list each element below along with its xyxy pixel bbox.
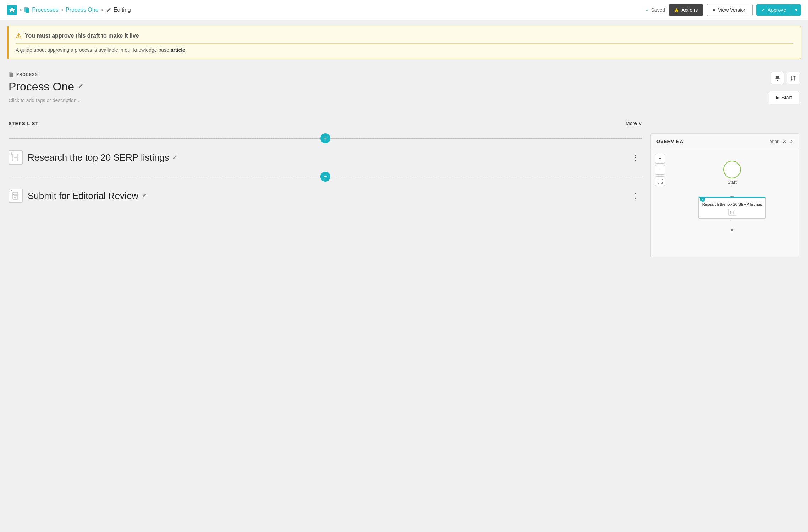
- step-2-title-text: Submit for Editorial Review: [28, 190, 138, 201]
- process-top-section: PROCESS Process One Click to add tags or…: [9, 72, 799, 104]
- divider-line-left-2: [9, 177, 325, 177]
- step-item-2: 2 Submit for Editorial Review ⋮: [9, 184, 642, 207]
- process-right-actions: ▶ Start: [769, 72, 799, 104]
- step-2-icon: 2: [9, 189, 23, 203]
- diagram-arrow-2: [732, 219, 732, 229]
- approve-btn-label: Approve: [768, 7, 786, 13]
- actions-button[interactable]: Actions: [669, 4, 703, 16]
- process-title-row: Process One: [9, 80, 83, 93]
- alert-banner: ⚠ You must approve this draft to make it…: [7, 26, 801, 59]
- overview-close-button[interactable]: ✕: [782, 138, 787, 145]
- svg-rect-1: [26, 8, 29, 13]
- step-1-title-text: Research the top 20 SERP listings: [28, 152, 169, 163]
- svg-point-6: [13, 156, 14, 156]
- more-button[interactable]: More ∨: [626, 121, 642, 126]
- overview-body: + − Start: [651, 149, 799, 257]
- alert-article-link[interactable]: article: [171, 47, 185, 53]
- main-content: STEPS LIST More ∨ + 1: [0, 115, 808, 268]
- svg-marker-2: [674, 8, 679, 12]
- step-1-number: 1: [10, 152, 12, 156]
- process-title: Process One: [9, 80, 74, 93]
- zoom-out-icon: −: [658, 167, 661, 173]
- step-item-1: 1 Research the top 20 SERP listings ⋮: [9, 146, 642, 169]
- processes-icon: [24, 7, 30, 13]
- step-1-icon: 1: [9, 150, 23, 165]
- breadcrumb-process-one[interactable]: Process One: [66, 7, 98, 13]
- add-step-button-1[interactable]: +: [320, 133, 330, 143]
- alert-warning-icon: ⚠: [16, 32, 21, 40]
- divider-line-right-2: [325, 177, 642, 177]
- view-version-play-icon: ▶: [713, 7, 716, 12]
- actions-btn-label: Actions: [681, 7, 698, 13]
- diagram-start-node: [723, 161, 741, 178]
- main-header: > Processes > Process One > Editing ✓ Sa…: [0, 0, 808, 20]
- breadcrumb-editing-label: Editing: [114, 7, 131, 13]
- start-play-icon: ▶: [776, 95, 779, 100]
- sort-button[interactable]: [787, 72, 799, 84]
- breadcrumb-sep-3: >: [101, 7, 104, 13]
- zoom-out-button[interactable]: −: [655, 165, 665, 175]
- steps-header: STEPS LIST More ∨: [9, 115, 642, 131]
- overview-diagram: Start i Research the top 20 SERP listing…: [655, 154, 795, 253]
- overview-print-button[interactable]: print: [769, 139, 778, 144]
- approve-button-group: ✓ Approve ▾: [756, 4, 801, 16]
- alert-description: A guide about approving a process is ava…: [16, 43, 793, 53]
- view-version-button[interactable]: ▶ View Version: [707, 4, 753, 16]
- process-title-edit-icon[interactable]: [78, 83, 83, 90]
- add-step-icon-1: +: [323, 135, 327, 142]
- divider-line-right-1: [325, 138, 642, 139]
- overview-label: OVERVIEW: [656, 139, 684, 144]
- step-1-menu-button[interactable]: ⋮: [629, 152, 642, 163]
- process-label-text: PROCESS: [16, 72, 38, 77]
- diagram-step-1-expand[interactable]: ⊞: [728, 209, 736, 216]
- start-button[interactable]: ▶ Start: [769, 91, 799, 104]
- home-icon[interactable]: [7, 5, 17, 15]
- alert-desc-prefix: A guide about approving a process is ava…: [16, 47, 169, 53]
- zoom-in-icon: +: [658, 155, 661, 162]
- saved-checkmark: ✓: [645, 7, 650, 13]
- add-step-divider-1: +: [9, 133, 642, 143]
- step-2-title: Submit for Editorial Review: [28, 190, 624, 201]
- alert-title: ⚠ You must approve this draft to make it…: [16, 32, 793, 40]
- steps-panel: STEPS LIST More ∨ + 1: [9, 115, 642, 257]
- header-divider: [7, 20, 801, 20]
- approve-chevron-button[interactable]: ▾: [791, 4, 801, 16]
- diagram-start-group: Start: [723, 161, 741, 186]
- svg-rect-4: [10, 73, 13, 77]
- overview-header: OVERVIEW print ✕ >: [651, 134, 799, 149]
- view-version-btn-label: View Version: [718, 7, 747, 13]
- diagram-start-label: Start: [727, 180, 736, 185]
- diagram-step-1-label: Research the top 20 SERP listings: [702, 201, 762, 206]
- diagram-step-1-info: i: [700, 197, 705, 202]
- start-btn-label: Start: [781, 95, 792, 100]
- approve-main-button[interactable]: ✓ Approve: [756, 4, 791, 16]
- step-2-edit-icon[interactable]: [142, 193, 147, 199]
- step-2-menu-button[interactable]: ⋮: [629, 190, 642, 201]
- zoom-in-button[interactable]: +: [655, 154, 665, 164]
- diagram-step-1-node[interactable]: i Research the top 20 SERP listings ⊞: [698, 197, 766, 219]
- diagram-arrow-1: [732, 186, 732, 197]
- process-info: PROCESS Process One Click to add tags or…: [9, 72, 83, 103]
- approve-check-icon: ✓: [761, 7, 765, 13]
- step-1-edit-icon[interactable]: [172, 155, 177, 161]
- overview-next-button[interactable]: >: [790, 138, 793, 145]
- more-btn-label: More: [626, 121, 637, 126]
- more-chevron-icon: ∨: [638, 121, 642, 126]
- svg-point-8: [13, 194, 14, 195]
- add-step-button-2[interactable]: +: [320, 172, 330, 182]
- breadcrumb: > Processes > Process One > Editing: [7, 5, 643, 15]
- breadcrumb-processes[interactable]: Processes: [32, 7, 59, 13]
- bell-button[interactable]: [771, 72, 784, 84]
- breadcrumb-editing: Editing: [106, 7, 131, 13]
- breadcrumb-sep-2: >: [61, 7, 64, 13]
- overview-panel: OVERVIEW print ✕ > + −: [650, 133, 799, 257]
- approve-chevron-icon: ▾: [795, 7, 797, 13]
- zoom-fit-button[interactable]: [655, 176, 665, 186]
- add-step-icon-2: +: [323, 173, 327, 181]
- alert-title-text: You must approve this draft to make it l…: [25, 33, 139, 39]
- step-2-number: 2: [10, 190, 12, 194]
- step-1-title: Research the top 20 SERP listings: [28, 152, 624, 163]
- process-tags-placeholder[interactable]: Click to add tags or description...: [9, 98, 83, 103]
- saved-label-text: Saved: [651, 7, 665, 13]
- header-actions: ✓ Saved Actions ▶ View Version ✓ Approve…: [645, 4, 801, 16]
